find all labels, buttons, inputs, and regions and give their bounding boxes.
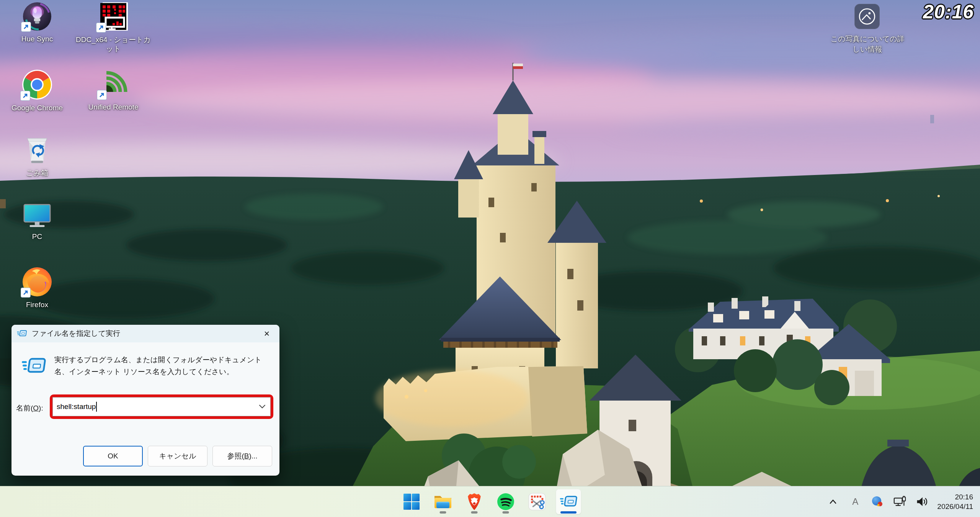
spotlight-caption: この写真についての詳しい情報 bbox=[828, 34, 906, 54]
shortcut-arrow-icon bbox=[96, 23, 106, 33]
firefox-icon bbox=[22, 267, 52, 297]
active-window-indicator bbox=[560, 511, 577, 514]
run-dialog-title: ファイル名を指定して実行 bbox=[32, 329, 255, 339]
taskbar: A bbox=[0, 486, 980, 517]
ethernet-icon bbox=[892, 495, 907, 509]
desktop-icon-hue-sync[interactable]: Hue Sync bbox=[8, 2, 66, 44]
chrome-icon bbox=[21, 69, 53, 100]
ok-button[interactable]: OK bbox=[83, 446, 143, 466]
desktop-icon-label: Google Chrome bbox=[11, 103, 63, 113]
unified-remote-icon bbox=[98, 69, 129, 100]
windows-start-icon bbox=[403, 493, 420, 510]
annotation-highlight-box: shell:startup bbox=[50, 394, 273, 419]
tray-chevron-button[interactable] bbox=[823, 492, 843, 512]
desktop-icon-label: ごみ箱 bbox=[26, 169, 48, 178]
run-dialog-titlebar[interactable]: ファイル名を指定して実行 ✕ bbox=[11, 325, 279, 342]
run-dialog: ファイル名を指定して実行 ✕ 実行するプログラム名、または開くフォルダーやドキュ… bbox=[11, 325, 279, 476]
desktop-icon-ddc[interactable]: DDC_x64 - ショートカット bbox=[85, 2, 142, 54]
hue-sync-icon bbox=[22, 2, 52, 31]
name-combobox[interactable]: shell:startup bbox=[52, 397, 271, 416]
overlay-clock[interactable]: 20:16 bbox=[923, 1, 974, 23]
run-window-icon bbox=[21, 354, 46, 378]
chevron-up-icon bbox=[828, 497, 838, 506]
photo-info-icon bbox=[858, 8, 876, 25]
run-dialog-description: 実行するプログラム名、または開くフォルダーやドキュメント名、インターネット リソ… bbox=[54, 354, 271, 378]
running-indicator bbox=[440, 511, 446, 514]
desktop-icon-chrome[interactable]: Google Chrome bbox=[8, 69, 66, 113]
pc-monitor-icon bbox=[23, 203, 51, 229]
run-window-icon bbox=[560, 493, 577, 510]
chevron-down-icon[interactable] bbox=[259, 404, 266, 409]
running-indicator bbox=[503, 511, 509, 514]
browse-button[interactable]: 参照(B)... bbox=[212, 446, 272, 466]
brave-icon bbox=[466, 492, 482, 511]
file-explorer-icon bbox=[434, 494, 452, 510]
brave-button[interactable] bbox=[462, 489, 487, 514]
recycle-bin-icon bbox=[24, 135, 50, 165]
desktop-icon-pc[interactable]: PC bbox=[8, 203, 66, 241]
volume-icon bbox=[915, 495, 929, 508]
tray-clock[interactable]: 20:16 2026/04/11 bbox=[934, 492, 976, 511]
text-caret bbox=[96, 402, 97, 412]
shortcut-arrow-icon bbox=[21, 22, 31, 32]
ime-mode-label: A bbox=[852, 496, 858, 507]
tray-app-button[interactable] bbox=[867, 492, 887, 512]
snipping-tool-button[interactable] bbox=[524, 489, 550, 514]
ddc-monitor-icon bbox=[97, 2, 129, 32]
start-button[interactable] bbox=[399, 489, 424, 514]
spotlight-info-button[interactable] bbox=[854, 4, 880, 29]
desktop-icon-label: DDC_x64 - ショートカット bbox=[75, 35, 152, 54]
desktop: Hue Sync DDC_x64 - ショートカット bbox=[0, 0, 980, 517]
volume-button[interactable] bbox=[912, 492, 932, 512]
desktop-icon-label: PC bbox=[32, 232, 42, 241]
tray-date: 2026/04/11 bbox=[937, 502, 973, 511]
cancel-button[interactable]: キャンセル bbox=[148, 446, 207, 466]
desktop-icon-label: Unified Remote bbox=[88, 103, 139, 112]
spotify-icon bbox=[497, 493, 514, 510]
name-label: 名前(O): bbox=[16, 403, 43, 413]
tray-time: 20:16 bbox=[937, 492, 973, 502]
desktop-icon-label: Firefox bbox=[26, 300, 48, 309]
shortcut-arrow-icon bbox=[21, 288, 31, 298]
close-icon[interactable]: ✕ bbox=[260, 327, 274, 340]
spotify-button[interactable] bbox=[493, 489, 518, 514]
snipping-tool-icon bbox=[528, 493, 546, 510]
shortcut-arrow-icon bbox=[97, 90, 107, 100]
network-button[interactable] bbox=[890, 492, 910, 512]
desktop-icon-unified-remote[interactable]: Unified Remote bbox=[85, 69, 142, 112]
tray-app-sphere-icon bbox=[871, 495, 884, 508]
shortcut-arrow-icon bbox=[20, 91, 30, 101]
desktop-icon-label: Hue Sync bbox=[21, 34, 53, 44]
file-explorer-button[interactable] bbox=[430, 489, 456, 514]
desktop-icon-firefox[interactable]: Firefox bbox=[8, 267, 66, 309]
run-window-button[interactable] bbox=[556, 489, 581, 514]
run-input-value[interactable]: shell:startup bbox=[57, 402, 96, 411]
run-window-icon bbox=[17, 329, 27, 339]
running-indicator bbox=[471, 511, 478, 514]
desktop-icon-recycle-bin[interactable]: ごみ箱 bbox=[8, 135, 66, 178]
ime-mode-button[interactable]: A bbox=[845, 492, 865, 512]
